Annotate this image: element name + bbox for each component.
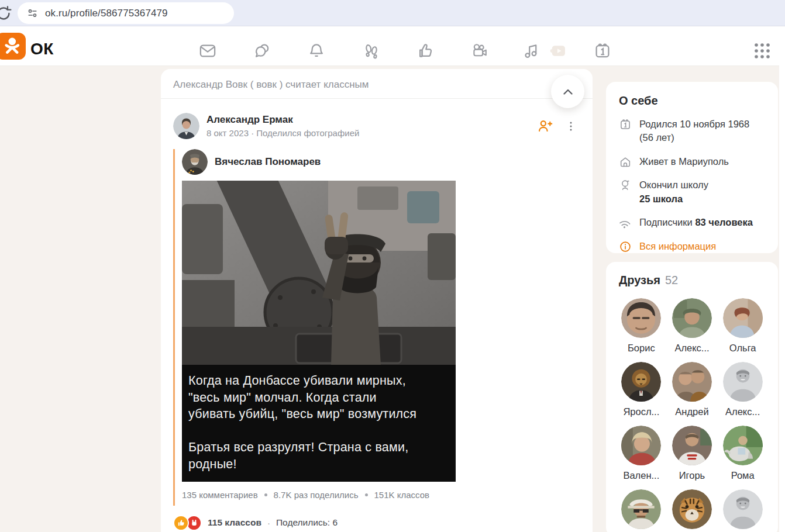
friend-item[interactable]: Алекс...: [720, 362, 765, 417]
friend-item[interactable]: Яросл...: [619, 362, 664, 417]
feed-card: Александр Вовк ( вовк ) считает классным…: [161, 69, 593, 532]
friend-item[interactable]: [670, 489, 715, 532]
messages-icon[interactable]: [198, 42, 217, 60]
browser-scrollbar[interactable]: [779, 26, 785, 532]
activity-header: Александр Вовк ( вовк ) считает классным: [161, 69, 593, 91]
about-card: О себе Родился 10 ноября 1968 (56 лет) Ж…: [606, 82, 778, 253]
shared-photo[interactable]: Когда на Донбассе убивали мирных, "весь …: [182, 181, 456, 482]
discussions-icon[interactable]: [253, 42, 271, 60]
shared-post-header: Вячеслав Пономарев: [182, 149, 548, 175]
post-footer: 115 классов · Поделились: 6: [173, 515, 593, 531]
friend-name[interactable]: Вален...: [623, 470, 659, 481]
post-author-avatar[interactable]: [173, 113, 199, 139]
city-text: Живет в Мариуполь: [639, 155, 729, 168]
friend-avatar[interactable]: [621, 489, 661, 529]
apps-menu-icon[interactable]: [753, 42, 772, 60]
friend-item[interactable]: Игорь: [670, 426, 715, 481]
shared-author-name[interactable]: Вячеслав Пономарев: [215, 156, 321, 168]
browser-address-bar: ok.ru/profile/586775367479: [0, 0, 785, 26]
home-icon: [619, 156, 632, 168]
dot-separator: [365, 493, 368, 496]
birthday-text: Родился 10 ноября 1968 (56 лет): [639, 118, 765, 145]
about-school: Окончил школу 25 школа: [619, 178, 765, 206]
notifications-icon[interactable]: [307, 42, 326, 60]
video-icon[interactable]: [470, 42, 489, 60]
dot-separator: ·: [267, 518, 270, 528]
friend-avatar[interactable]: [723, 298, 763, 338]
post-stats: 135 комментариев 8.7K раз поделились 151…: [182, 490, 548, 500]
dot-separator: [264, 493, 267, 496]
thumb-up-badge-icon[interactable]: [173, 515, 189, 531]
friend-name[interactable]: Алекс...: [674, 343, 709, 354]
classes-count[interactable]: 151K классов: [374, 490, 430, 500]
profile-page: Александр Вовк ( вовк ) считает классным…: [0, 66, 785, 532]
url-text[interactable]: ok.ru/profile/586775367479: [45, 8, 168, 19]
events-icon[interactable]: [593, 42, 612, 60]
friend-avatar[interactable]: [621, 298, 661, 338]
reload-icon[interactable]: [0, 5, 12, 22]
about-title: О себе: [619, 94, 765, 108]
friend-item[interactable]: Вален...: [619, 426, 664, 481]
chevron-up-icon: [561, 85, 575, 99]
ok-site-header: ОК: [0, 26, 785, 66]
about-all-info[interactable]: Вся информация: [619, 240, 765, 253]
shared-post: Вячеслав Пономарев: [173, 149, 548, 506]
friends-grid: Борис Алекс...: [619, 298, 765, 532]
friend-avatar[interactable]: [621, 362, 661, 402]
post-author-block: Александр Ермак 8 окт 2023 · Поделился ф…: [206, 114, 537, 138]
friend-avatar[interactable]: [621, 426, 661, 465]
soldier-photo: [182, 181, 456, 365]
post-author-name[interactable]: Александр Ермак: [206, 114, 537, 126]
shares-footer-count[interactable]: Поделились: 6: [276, 517, 338, 528]
friend-name[interactable]: Андрей: [675, 406, 708, 417]
shares-count[interactable]: 8.7K раз поделились: [274, 490, 359, 500]
friend-avatar[interactable]: [672, 298, 712, 338]
calendar-icon: [619, 118, 632, 131]
friend-avatar[interactable]: [672, 362, 712, 402]
classes-icon[interactable]: [416, 42, 435, 60]
school-text: Окончил школу 25 школа: [639, 178, 708, 206]
all-info-link[interactable]: Вся информация: [639, 240, 716, 253]
scroll-to-top-button[interactable]: [551, 75, 584, 108]
clips-icon[interactable]: [549, 42, 568, 60]
friend-avatar[interactable]: [723, 489, 763, 529]
music-icon[interactable]: [522, 42, 540, 60]
about-birthday: Родился 10 ноября 1968 (56 лет): [619, 118, 765, 145]
url-field[interactable]: ok.ru/profile/586775367479: [18, 2, 234, 24]
comments-count[interactable]: 135 комментариев: [182, 490, 258, 500]
friend-name[interactable]: Рома: [731, 470, 755, 481]
friend-name[interactable]: Алекс...: [725, 406, 760, 417]
friends-count: 52: [665, 274, 678, 286]
site-settings-icon[interactable]: [27, 8, 38, 19]
friend-avatar[interactable]: [723, 362, 763, 402]
ok-logo[interactable]: [0, 33, 26, 60]
friends-title: Друзья52: [619, 274, 765, 287]
friend-name[interactable]: Ольга: [729, 343, 756, 354]
friend-avatar[interactable]: [672, 426, 712, 465]
friend-name[interactable]: Игорь: [679, 470, 705, 481]
subscribers-text: Подписчики 83 человека: [639, 216, 753, 229]
add-friend-icon[interactable]: [537, 118, 553, 134]
ok-logo-text[interactable]: ОК: [30, 40, 54, 58]
friend-item[interactable]: Алекс...: [670, 298, 715, 354]
friend-item[interactable]: Рома: [720, 426, 765, 481]
photo-caption-text: Когда на Донбассе убивали мирных, "весь …: [182, 365, 456, 482]
friend-name[interactable]: Яросл...: [623, 406, 659, 417]
post-meta: 8 окт 2023 · Поделился фотографией: [206, 128, 537, 138]
friend-item[interactable]: Борис: [619, 298, 664, 354]
friend-item[interactable]: [720, 489, 765, 532]
friend-item[interactable]: [619, 489, 664, 532]
friend-avatar[interactable]: [672, 489, 712, 529]
classes-footer-count[interactable]: 115 классов: [208, 517, 261, 528]
guests-icon[interactable]: [362, 42, 381, 60]
info-icon: [619, 240, 632, 253]
friend-avatar[interactable]: [723, 426, 763, 465]
more-options-icon[interactable]: [566, 121, 576, 132]
friend-item[interactable]: Андрей: [670, 362, 715, 417]
friend-name[interactable]: Борис: [628, 343, 655, 354]
friends-card: Друзья52 Борис: [606, 262, 778, 532]
shared-author-avatar[interactable]: [182, 149, 208, 175]
about-subscribers: Подписчики 83 человека: [619, 216, 765, 229]
friend-item[interactable]: Ольга: [720, 298, 765, 354]
about-city: Живет в Мариуполь: [619, 155, 765, 168]
